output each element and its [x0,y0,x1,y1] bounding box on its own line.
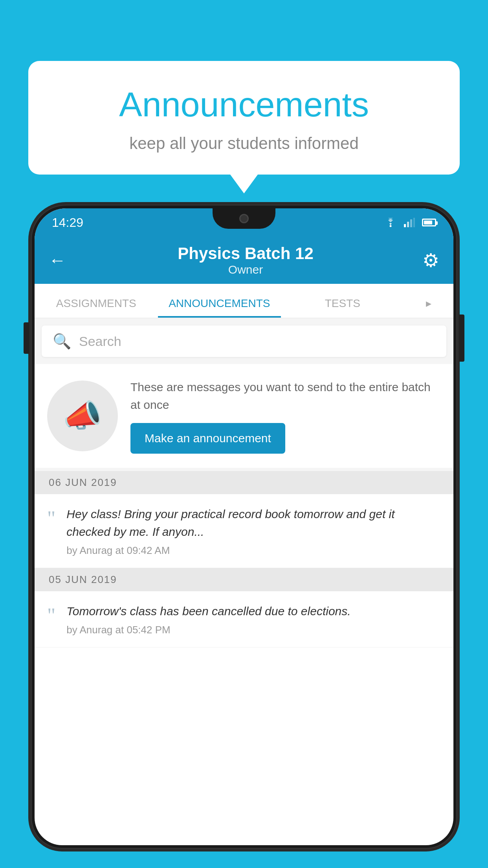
bubble-title: Announcements [60,85,428,125]
announcement-prompt: 📣 These are messages you want to send to… [35,364,453,468]
svg-rect-2 [407,222,409,227]
svg-rect-1 [404,224,406,227]
back-button[interactable]: ← [49,250,66,270]
make-announcement-button[interactable]: Make an announcement [130,423,285,454]
megaphone-icon: 📣 [63,397,102,434]
app-bar-title-section: Physics Batch 12 Owner [75,244,416,276]
app-bar-title: Physics Batch 12 [75,244,416,263]
announcement-text-1: Hey class! Bring your practical record b… [66,505,441,541]
app-bar: ← Physics Batch 12 Owner ⚙ [35,237,453,284]
announcement-meta-1: by Anurag at 09:42 AM [66,544,441,557]
battery-icon [422,219,436,226]
notch [213,208,275,229]
tab-more[interactable]: ▸ [404,297,453,318]
search-icon: 🔍 [53,333,71,350]
quote-icon-2: " [47,605,55,626]
announcement-item-2: " Tomorrow's class has been cancelled du… [35,591,453,647]
quote-icon-1: " [47,508,55,529]
search-placeholder: Search [79,334,121,349]
announcement-content-2: Tomorrow's class has been cancelled due … [66,602,441,636]
prompt-right: These are messages you want to send to t… [130,378,441,454]
camera [239,214,249,223]
announcement-text-2: Tomorrow's class has been cancelled due … [66,602,441,620]
svg-point-0 [390,225,392,227]
date-divider-2: 05 JUN 2019 [35,568,453,591]
tabs-container: ASSIGNMENTS ANNOUNCEMENTS TESTS ▸ [35,284,453,318]
status-icons [384,218,436,227]
app-bar-subtitle: Owner [75,263,416,276]
announcement-content-1: Hey class! Bring your practical record b… [66,505,441,557]
phone-container: 14:29 [31,204,457,868]
prompt-description: These are messages you want to send to t… [130,378,441,414]
wifi-icon [384,218,397,227]
announcement-item-1: " Hey class! Bring your practical record… [35,494,453,568]
svg-rect-4 [413,218,415,227]
phone-frame: 14:29 [31,204,457,849]
svg-rect-3 [410,219,412,227]
signal-icon [404,218,415,227]
search-bar[interactable]: 🔍 Search [42,326,446,357]
speech-bubble: Announcements keep all your students inf… [28,61,460,175]
date-divider-1: 06 JUN 2019 [35,471,453,494]
bubble-subtitle: keep all your students informed [60,134,428,153]
content-area: 🔍 Search 📣 These are messages you want t… [35,318,453,647]
megaphone-circle: 📣 [47,381,118,451]
status-bar: 14:29 [35,208,453,237]
phone-screen: 14:29 [35,208,453,845]
speech-bubble-container: Announcements keep all your students inf… [28,61,460,175]
tab-assignments[interactable]: ASSIGNMENTS [35,297,158,318]
tab-announcements[interactable]: ANNOUNCEMENTS [158,297,281,318]
status-time: 14:29 [52,215,83,230]
tab-tests[interactable]: TESTS [281,297,404,318]
announcement-meta-2: by Anurag at 05:42 PM [66,624,441,636]
settings-icon[interactable]: ⚙ [422,249,439,271]
